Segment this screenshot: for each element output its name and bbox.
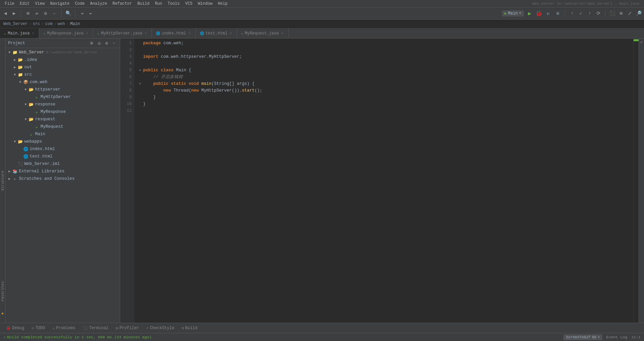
breadcrumb-com[interactable]: com (45, 22, 53, 26)
out-arrow[interactable]: ▶ (12, 65, 18, 69)
tab-close-main-java[interactable]: × (31, 31, 35, 36)
tree-scratches[interactable]: ▶ ✏ Scratches and Consoles (5, 175, 120, 182)
tree-com-weh[interactable]: ▼ 📦 com.weh (5, 78, 120, 86)
outdent-icon[interactable]: ⇤ (87, 10, 94, 17)
breadcrumb-webserver[interactable]: Web_Server (3, 22, 28, 26)
breadcrumb-weh[interactable]: weh (58, 22, 65, 26)
settings-icon[interactable]: ⚙ (42, 10, 49, 17)
tab-close-test-html[interactable]: × (229, 31, 233, 36)
tab-close-myresponse[interactable]: × (85, 31, 89, 36)
menu-window[interactable]: Window (196, 1, 214, 7)
tree-webapps[interactable]: ▼ 📂 webapps (5, 138, 120, 145)
panel-close-btn[interactable]: – (111, 40, 117, 46)
menu-view[interactable]: View (33, 1, 47, 7)
menu-help[interactable]: Help (216, 1, 230, 7)
tab-main-java[interactable]: ☕ Main.java × (0, 28, 39, 38)
tree-external-libraries[interactable]: ▶ 📚 External Libraries (5, 168, 120, 175)
tree-idea[interactable]: ▶ 📂 .idea (5, 56, 120, 64)
menu-build[interactable]: Build (135, 1, 152, 7)
bottom-tab-terminal[interactable]: ⬛ Terminal (80, 325, 112, 332)
tab-test-html[interactable]: 🌐 test.html × (196, 28, 237, 38)
recent-files-icon[interactable]: ⊞ (25, 10, 31, 17)
menu-refactor[interactable]: Refactor (110, 1, 134, 7)
tree-myresponse[interactable]: ▶ ☕ MyResponse (5, 108, 120, 116)
minus-icon[interactable]: – (51, 10, 58, 17)
webapps-arrow[interactable]: ▼ (12, 140, 18, 144)
tree-src[interactable]: ▼ 📁 src (5, 71, 120, 78)
profile-button[interactable]: ⊡ (554, 10, 562, 17)
favorites-tab[interactable]: Favorites (1, 280, 5, 302)
screentogif-badge[interactable]: ScreenToGif 60 × (564, 335, 602, 340)
run-configuration[interactable]: ▶ Main ▼ (502, 10, 524, 17)
bottom-tab-checkstyle[interactable]: ✓ CheckStyle (143, 325, 178, 332)
tab-myhttpserver-java[interactable]: ☕ MyHttpServer.java × (93, 28, 152, 38)
tree-root[interactable]: ▼ 📁 Web_Server E:\webserver\Web_Server (5, 49, 120, 56)
ext-lib-arrow[interactable]: ▶ (7, 169, 12, 173)
right-panel-btn[interactable]: ✓ (639, 40, 644, 44)
scratches-arrow[interactable]: ▶ (7, 177, 12, 181)
debug-button[interactable]: 🐞 (535, 10, 543, 17)
tree-resquest[interactable]: ▼ 📂 resquest (5, 116, 120, 123)
breadcrumb-src[interactable]: src (33, 22, 40, 26)
star-icon[interactable]: ★ (1, 310, 4, 316)
menu-analyze[interactable]: Analyze (88, 1, 109, 7)
code-area[interactable]: package com.weh; import com.weh.httpserv… (134, 39, 633, 323)
menu-vcs[interactable]: VCS (183, 1, 195, 7)
fold-arrow-5[interactable]: ▶ (138, 67, 143, 74)
tree-response[interactable]: ▼ 📂 response (5, 101, 120, 108)
menu-tools[interactable]: Tools (166, 1, 182, 7)
resquest-arrow[interactable]: ▼ (23, 118, 28, 121)
tree-out[interactable]: ▶ 📂 out (5, 64, 120, 71)
tab-myrequest-java[interactable]: ☕ MyRequest.java × (237, 28, 288, 38)
bottom-tab-build[interactable]: ⚒ Build (178, 325, 201, 332)
vcs-update-icon[interactable]: ↑ (569, 10, 575, 17)
menu-code[interactable]: Code (73, 1, 87, 7)
com-weh-arrow[interactable]: ▼ (18, 80, 23, 84)
coverage-button[interactable]: ▷ (545, 10, 552, 17)
panel-locate-btn[interactable]: ◎ (96, 40, 102, 46)
event-log[interactable]: Event Log (606, 335, 627, 339)
response-arrow[interactable]: ▼ (23, 103, 28, 106)
vcs-history-icon[interactable]: ⟳ (595, 10, 602, 17)
bottom-tab-debug[interactable]: 🐞 Debug (3, 325, 28, 332)
sync-icon[interactable]: ⇌ (33, 10, 40, 17)
terminal-icon[interactable]: ⬛ (609, 10, 616, 17)
bottom-tab-problems[interactable]: ⚠ Problems (49, 325, 79, 332)
vcs-push-icon[interactable]: ↑ (586, 10, 593, 17)
run-button[interactable]: ▶ (526, 10, 533, 17)
structure-tab[interactable]: Structure (1, 169, 5, 192)
bottom-tab-profiler[interactable]: ◎ Profiler (112, 325, 142, 332)
vcs-commit-icon[interactable]: ✓ (578, 10, 584, 17)
tab-close-index-html[interactable]: × (188, 31, 191, 36)
tree-index-html[interactable]: ▶ 🌐 index.html (5, 145, 120, 153)
menu-edit[interactable]: Edit (18, 1, 32, 7)
panel-collapse-btn[interactable]: ⊞ (89, 40, 95, 46)
menu-run[interactable]: Run (153, 1, 164, 7)
tab-close-myrequest[interactable]: × (280, 31, 284, 36)
layout-icon[interactable]: ⊞ (618, 10, 624, 17)
tab-myresponse-java[interactable]: ☕ MyResponse.java × (39, 28, 93, 38)
idea-arrow[interactable]: ▶ (12, 58, 18, 62)
root-arrow[interactable]: ▼ (7, 51, 12, 54)
menu-file[interactable]: File (3, 1, 17, 7)
httpserver-arrow[interactable]: ▼ (23, 88, 28, 92)
tree-main[interactable]: ▶ ☕ Main (5, 130, 120, 138)
run-config-dropdown[interactable]: ▼ (519, 11, 521, 15)
fold-arrow-7[interactable]: ▶ (138, 80, 143, 87)
tree-myrequest[interactable]: ▶ ☕ MyRequest (5, 123, 120, 130)
menu-navigate[interactable]: Navigate (48, 1, 72, 7)
tab-index-html[interactable]: 🌐 index.html × (152, 28, 196, 38)
tree-httpserver[interactable]: ▼ 📂 httpserver (5, 86, 120, 93)
tab-close-myhttpserver[interactable]: × (144, 31, 148, 36)
back-icon[interactable]: ◀ (2, 10, 9, 17)
breadcrumb-main[interactable]: Main (70, 22, 80, 26)
bottom-tab-todo[interactable]: ☑ TODO (28, 325, 48, 332)
search-icon[interactable]: 🔎 (635, 10, 642, 17)
tree-test-html[interactable]: ▶ 🌐 test.html (5, 153, 120, 160)
maximize-icon[interactable]: ⤢ (626, 10, 633, 17)
indent-icon[interactable]: ⇥ (79, 10, 85, 17)
tree-myhttpserver[interactable]: ▶ ☕ MyHttpServer (5, 93, 120, 101)
forward-icon[interactable]: ▶ (11, 10, 18, 17)
search-everywhere-icon[interactable]: 🔍 (65, 10, 72, 17)
panel-settings-btn[interactable]: ⚙ (104, 40, 110, 46)
